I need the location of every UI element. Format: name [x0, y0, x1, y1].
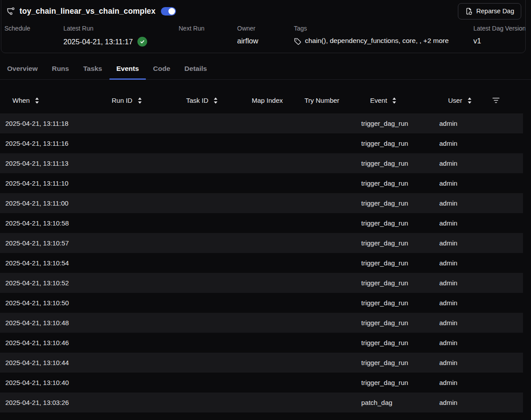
info-field-latest-run: Latest Run 2025-04-21, 13:11:17	[63, 25, 179, 53]
table-row[interactable]: 2025-04-21, 13:10:52 trigger_dag_run adm…	[0, 273, 523, 293]
cell-user: admin	[434, 299, 487, 307]
column-header-user[interactable]: User	[434, 97, 487, 104]
cell-user: admin	[434, 199, 487, 207]
dag-version-label: Latest Dag Version	[473, 25, 531, 32]
column-header-map-index: Map Index	[246, 97, 299, 104]
cell-event: trigger_dag_run	[356, 339, 434, 346]
cell-event: trigger_dag_run	[356, 120, 434, 127]
sort-icon	[138, 97, 142, 104]
schedule-label: Schedule	[4, 25, 63, 32]
table-row[interactable]: 2025-04-21, 13:11:10 trigger_dag_run adm…	[0, 173, 523, 193]
cell-user: admin	[434, 279, 487, 287]
toggle-knob	[168, 8, 175, 15]
table-row[interactable]: 2025-04-21, 13:10:58 trigger_dag_run adm…	[0, 213, 523, 233]
info-field-tags: Tags chain(), dependency_functions, core…	[294, 25, 473, 53]
table-row[interactable]: 2025-04-21, 13:10:57 trigger_dag_run adm…	[0, 233, 523, 253]
events-table-header: When Run ID Task ID Map Index Try Number…	[0, 87, 523, 113]
cell-event: trigger_dag_run	[356, 219, 434, 227]
cell-user: admin	[434, 239, 487, 247]
cell-event: trigger_dag_run	[356, 379, 434, 386]
table-row[interactable]: 2025-04-21, 13:10:44 trigger_dag_run adm…	[0, 353, 523, 373]
table-row[interactable]: 2025-04-21, 13:11:00 trigger_dag_run adm…	[0, 193, 523, 213]
table-row[interactable]: 2025-04-21, 13:10:40 trigger_dag_run adm…	[0, 373, 523, 393]
info-field-schedule: Schedule	[4, 25, 63, 53]
cell-event: trigger_dag_run	[356, 259, 434, 267]
info-field-dag-version: Latest Dag Version v1	[473, 25, 531, 53]
cell-when: 2025-04-21, 13:11:18	[0, 120, 106, 127]
cell-when: 2025-04-21, 13:10:44	[0, 359, 106, 366]
sort-icon	[468, 97, 472, 104]
cell-when: 2025-04-21, 13:10:50	[0, 299, 106, 307]
cell-event: patch_dag	[356, 399, 434, 406]
filter-icon	[492, 97, 500, 104]
cell-user: admin	[434, 399, 487, 406]
table-row[interactable]: 2025-04-21, 13:11:16 trigger_dag_run adm…	[0, 133, 523, 153]
table-row[interactable]: 2025-04-21, 13:03:26 patch_dag admin	[0, 393, 523, 412]
dag-graph-icon	[6, 7, 15, 16]
cell-event: trigger_dag_run	[356, 299, 434, 307]
tag-icon	[294, 38, 301, 45]
cell-event: trigger_dag_run	[356, 179, 434, 187]
cell-when: 2025-04-21, 13:10:40	[0, 379, 106, 386]
column-header-try-number: Try Number	[299, 97, 356, 104]
reparse-doc-refresh-icon	[465, 8, 472, 15]
tab-runs[interactable]: Runs	[45, 60, 76, 80]
cell-user: admin	[434, 179, 487, 187]
reparse-dag-label: Reparse Dag	[476, 8, 514, 15]
cell-user: admin	[434, 319, 487, 327]
reparse-dag-button[interactable]: Reparse Dag	[458, 3, 521, 19]
latest-run-value[interactable]: 2025-04-21, 13:11:17	[63, 38, 133, 46]
sort-icon	[35, 97, 39, 104]
column-header-task-id[interactable]: Task ID	[181, 97, 246, 104]
cell-when: 2025-04-21, 13:11:16	[0, 140, 106, 147]
tab-events[interactable]: Events	[109, 60, 146, 80]
cell-when: 2025-04-21, 13:10:54	[0, 259, 106, 267]
table-row[interactable]: 2025-04-21, 13:10:46 trigger_dag_run adm…	[0, 333, 523, 353]
dag-title-bar: toy_chain_linear_vs_chain_complex Repars…	[0, 0, 531, 20]
dag-info-panel: Schedule Latest Run 2025-04-21, 13:11:17…	[0, 20, 531, 53]
cell-user: admin	[434, 219, 487, 227]
cell-user: admin	[434, 259, 487, 267]
success-check-badge[interactable]	[137, 37, 147, 47]
table-row[interactable]: 2025-04-21, 13:11:13 trigger_dag_run adm…	[0, 153, 523, 173]
tab-tasks[interactable]: Tasks	[76, 60, 109, 80]
tab-details[interactable]: Details	[177, 60, 214, 80]
cell-when: 2025-04-21, 13:10:46	[0, 339, 106, 346]
table-row[interactable]: 2025-04-21, 13:11:18 trigger_dag_run adm…	[0, 113, 523, 133]
cell-when: 2025-04-21, 13:11:10	[0, 179, 106, 187]
filter-button[interactable]	[487, 97, 523, 104]
owner-value: airflow	[237, 37, 294, 45]
cell-when: 2025-04-21, 13:03:26	[0, 399, 106, 406]
cell-when: 2025-04-21, 13:10:48	[0, 319, 106, 327]
tags-label: Tags	[294, 25, 473, 32]
info-field-next-run: Next Run	[179, 25, 237, 53]
cell-event: trigger_dag_run	[356, 279, 434, 287]
sort-icon	[214, 97, 218, 104]
cell-when: 2025-04-21, 13:11:13	[0, 159, 106, 167]
column-header-when[interactable]: When	[0, 97, 106, 104]
column-header-event[interactable]: Event	[356, 97, 434, 104]
table-row[interactable]: 2025-04-21, 13:10:50 trigger_dag_run adm…	[0, 293, 523, 313]
next-run-label: Next Run	[179, 25, 237, 32]
latest-run-label: Latest Run	[63, 25, 179, 32]
dag-tab-bar: Overview Runs Tasks Events Code Details	[0, 60, 531, 80]
cell-user: admin	[434, 379, 487, 386]
cell-user: admin	[434, 359, 487, 366]
cell-when: 2025-04-21, 13:10:58	[0, 219, 106, 227]
info-field-owner: Owner airflow	[237, 25, 294, 53]
table-row[interactable]: 2025-04-21, 13:10:54 trigger_dag_run adm…	[0, 253, 523, 273]
tab-code[interactable]: Code	[146, 60, 177, 80]
tags-value[interactable]: chain(), dependency_functions, core, , +…	[305, 37, 449, 45]
cell-event: trigger_dag_run	[356, 359, 434, 366]
tab-overview[interactable]: Overview	[0, 60, 45, 80]
cell-when: 2025-04-21, 13:10:57	[0, 239, 106, 247]
cell-user: admin	[434, 339, 487, 346]
sort-icon	[392, 97, 396, 104]
owner-label: Owner	[237, 25, 294, 32]
table-row[interactable]: 2025-04-21, 13:10:48 trigger_dag_run adm…	[0, 313, 523, 333]
dag-enabled-toggle[interactable]	[161, 7, 176, 16]
cell-event: trigger_dag_run	[356, 159, 434, 167]
cell-when: 2025-04-21, 13:10:52	[0, 279, 106, 287]
cell-event: trigger_dag_run	[356, 319, 434, 327]
column-header-run-id[interactable]: Run ID	[106, 97, 181, 104]
